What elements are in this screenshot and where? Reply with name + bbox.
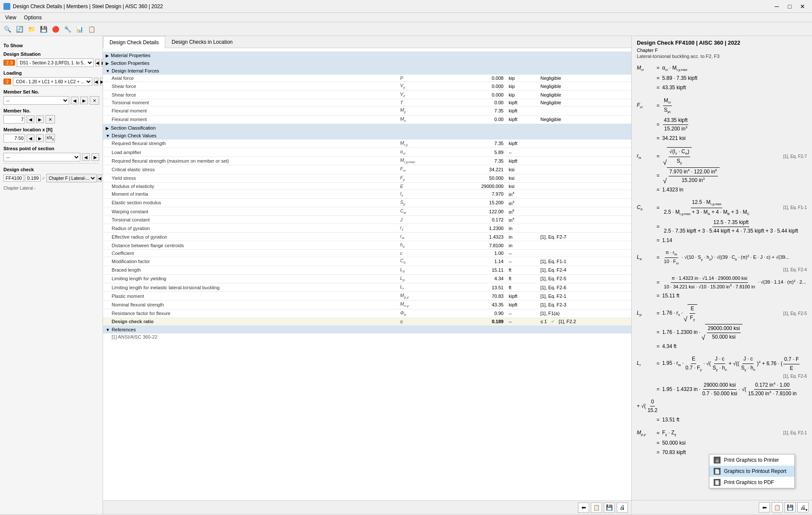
section-references[interactable]: ▼References [103,325,631,333]
print-graphics-pdf[interactable]: 📑 Print Graphics to PDF [709,477,794,488]
location-next[interactable]: ▶ [36,134,44,142]
member-no-clear[interactable]: ✕ [46,115,55,124]
formula-mcr: Mcr = αcr · Mr,y,max = 5.89 · 7.35 kipft… [637,64,807,92]
toolbar-btn-8[interactable]: 📋 [86,24,97,34]
member-no-label: Member No. [3,108,99,113]
force-shear-vy: Shear force Vy 0.000 kip Negligible [103,82,631,91]
toolbar-btn-7[interactable]: 📊 [74,24,85,34]
cv-limit-inelastic: Limiting length for inelastic lateral-to… [103,283,631,292]
member-no-input[interactable] [3,115,25,124]
formula-subtitle: Lateral-torsional buckling acc. to F2, F… [637,54,807,59]
section-material-properties[interactable]: ▶Material Properties [103,52,631,59]
toolbar-btn-2[interactable]: 🔄 [14,24,25,34]
menu-view[interactable]: View [2,14,20,21]
dc-prev[interactable]: ◀ [97,174,102,182]
ds-prev[interactable]: ◀ [95,59,100,67]
member-set-next[interactable]: ▶ [80,97,88,104]
right-panel: Design Check FF4100 | AISC 360 | 2022 Ch… [632,36,812,500]
cv-elastic-section: Elastic section modulusSy15.200in3 [103,198,631,207]
center-icon-btn-4[interactable]: 🖨 [617,503,628,513]
pdf-icon: 📑 [714,479,721,486]
formula-mpy: Mp,y = Fy · Zy [1], Eq. F2-1 = 50.000 ks… [637,429,807,457]
loading-prev[interactable]: ◀ [94,78,98,85]
menubar: View Options [0,13,812,22]
location-prev[interactable]: ◀ [27,134,34,142]
member-no-next[interactable]: ▶ [36,115,44,123]
dc-ok-icon: ✓ [42,176,46,181]
maximize-button[interactable]: □ [784,2,796,11]
close-button[interactable]: ✕ [797,2,809,11]
menu-options[interactable]: Options [21,14,45,21]
to-show-label: To Show [3,43,99,48]
cv-flange-dist: Distance between flange centroidsho7.810… [103,241,631,250]
dc-chapter-select[interactable]: Chapter F | Lateral-... [46,174,97,182]
formula-rts: rts = √ √(Iz · Cw) Sy [1], Eq. F2-7 [637,147,807,194]
loading-next[interactable]: ▶ [100,78,103,85]
minimize-button[interactable]: ─ [771,2,783,11]
center-icon-btn-3[interactable]: 💾 [604,503,615,513]
section-section-properties[interactable]: ▶Section Properties [103,59,631,67]
center-icon-btn-2[interactable]: 📋 [591,503,602,513]
center-bottom-bar: ⬅ 📋 💾 🖨 [103,500,631,514]
cv-radius-gyration: Radius of gyrationrz1.2300in [103,224,631,232]
section-design-check-values[interactable]: ▼Design Check Values [103,132,631,139]
printer-icon: 🖨 [714,457,721,464]
member-set-prev[interactable]: ◀ [71,97,79,104]
stress-point-label: Stress point of section [3,146,99,151]
center-icon-btn-1[interactable]: ⬅ [578,503,589,513]
rp-btn-print[interactable]: 🖨 ▼ [797,502,809,512]
toolbar-btn-4[interactable]: 💾 [38,24,49,34]
formula-fcr: Fcr = Mcr Syc = 43.35 kipft 15.200 in3 [637,97,807,143]
member-set-clear[interactable]: ✕ [90,96,99,105]
stress-prev[interactable]: ◀ [82,153,90,161]
print-graphics-printer[interactable]: 🖨 Print Graphics to Printer [709,454,794,466]
member-location-label: Member location x [ft] [3,127,99,132]
cv-resistance-factor: Resistance factor for flexureΦb0.90--[1]… [103,309,631,318]
titlebar: Design Check Details | Members | Steel D… [0,0,812,13]
main-layout: To Show Design Situation 2.3 DS1 - Secti… [0,36,812,514]
dc-id: FF4100 [3,175,24,182]
formula-chapter: Chapter F [637,48,807,53]
design-check-label: Design check [3,167,99,172]
member-set-label: Member Set No. [3,89,99,94]
center-panel: Design Check Details Design Checks in Lo… [103,36,632,514]
force-flexural-mz: Flexural moment Mz 0.00 kipft Negligible [103,115,631,124]
cv-moment-inertia: Moment of inertiaIz7.970in4 [103,190,631,198]
ds-select[interactable]: DS1 - Section 2.3 (LRFD), 1. to 5.. [17,58,94,67]
cv-effective-radius: Effective radius of gyrationrts1.4323in[… [103,233,631,241]
right-panel-toolbar: ⬅ 📋 💾 🖨 ▼ [632,500,812,514]
toolbar-btn-6[interactable]: 🔧 [62,24,73,34]
tab-design-check-details[interactable]: Design Check Details [103,36,165,48]
cv-yield-stress: Yield stressFy50.000ksi [103,174,631,182]
toolbar-btn-5[interactable]: 🔴 [50,24,61,34]
toolbar: 🔍 🔄 📁 💾 🔴 🔧 📊 📋 [0,22,812,36]
cv-load-amplifier: Load amplifierαcr5.89-- [103,148,631,156]
section-classification[interactable]: ▶Section Classification [103,124,631,132]
stress-point-select[interactable]: -- [3,153,80,161]
member-no-prev[interactable]: ◀ [27,115,34,123]
cv-nominal-flexural: Nominal flexural strengthMn,y43.35kipft[… [103,300,631,309]
rp-btn-copy[interactable]: 📋 [772,502,783,512]
cv-coefficient: Coefficientc1.00-- [103,250,631,257]
formula-cb: Cb = 12.5 · Mr,y,max 2.5 · Mr,y,max + 3 … [637,198,807,245]
member-set-select[interactable]: -- [3,96,69,105]
toolbar-btn-1[interactable]: 🔍 [2,24,13,34]
cv-modification: Modification factorCb1.14--[1], Eq. F1-1 [103,257,631,266]
right-panel-container: Design Check FF4100 | AISC 360 | 2022 Ch… [632,36,812,514]
print-graphics-printer-label: Print Graphics to Printer [724,457,779,463]
toolbar-btn-3[interactable]: 📁 [26,24,37,34]
cv-required-flexural-max: Required flexural strength (maximum on m… [103,157,631,165]
member-location-input[interactable] [3,134,25,142]
graphics-printout-report[interactable]: 📄 Graphics to Printout Report [709,466,794,477]
stress-next[interactable]: ▶ [91,153,99,161]
section-design-internal-forces[interactable]: ▼Design Internal Forces [103,67,631,75]
rp-btn-save[interactable]: 💾 [785,502,796,512]
context-menu: 🖨 Print Graphics to Printer 📄 Graphics t… [709,454,795,488]
rp-btn-back[interactable]: ⬅ [759,502,770,512]
loading-select[interactable]: CO4 - 1.20 × LC1 + 1.60 × LC2 + ... [13,77,92,86]
tab-design-checks-location[interactable]: Design Checks in Location [165,36,239,48]
cv-required-flexural: Required flexural strengthMr,y7.35kipft [103,139,631,148]
location-rel[interactable]: x/xs [46,134,55,142]
graphics-printout-report-label: Graphics to Printout Report [724,468,786,474]
cv-braced-length: Braced lengthLb15.11ft[1], Eq. F2-4 [103,266,631,274]
